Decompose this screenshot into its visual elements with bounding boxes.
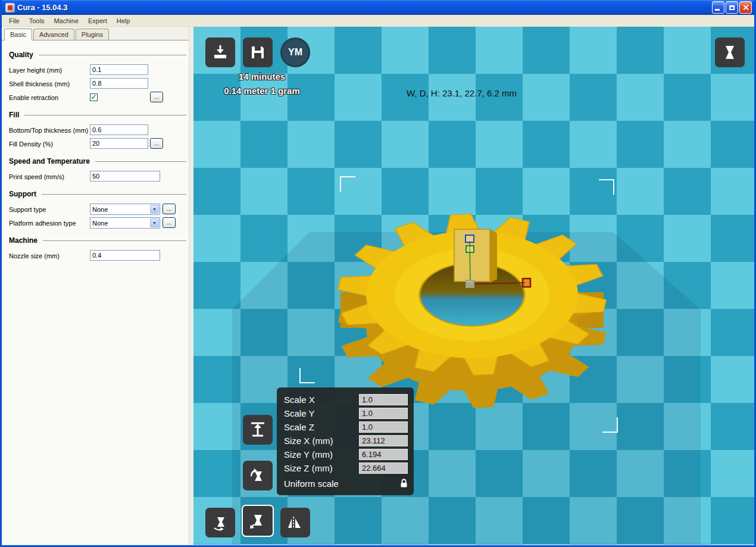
sidebar-scrollbar[interactable] (189, 27, 193, 545)
section-quality: Quality (9, 51, 193, 59)
support-type-label: Support type (9, 206, 90, 213)
section-divider (24, 115, 186, 115)
platform-adhesion-label: Platform adhesion type (9, 220, 90, 227)
scale-y-label: Scale Y (284, 408, 359, 418)
section-divider (39, 55, 186, 55)
selection-corner-marker (602, 417, 618, 433)
maximize-button[interactable] (726, 1, 738, 14)
menu-machine[interactable]: Machine (49, 16, 83, 26)
x-axis-handle (523, 279, 530, 287)
share-youmagine-button[interactable]: YM (280, 37, 310, 67)
layer-height-input[interactable] (90, 64, 148, 75)
save-icon (249, 43, 267, 61)
support-type-more-button[interactable]: ... (163, 204, 176, 214)
scale-x-row: Scale X (284, 393, 408, 406)
y-axis-handle (466, 246, 474, 252)
titlebar: Cura - 15.04.3 (2, 0, 754, 15)
scale-y-input[interactable] (359, 408, 408, 419)
setting-row: Layer height (mm) (9, 63, 193, 77)
size-y-input[interactable] (359, 449, 408, 460)
print-material: 0.14 meter 1 gram (196, 84, 327, 98)
fill-density-more-button[interactable]: ... (150, 138, 163, 149)
section-quality-title: Quality (9, 51, 33, 59)
setting-row: Print speed (mm/s) (9, 170, 193, 183)
shell-thickness-input[interactable] (90, 78, 148, 89)
mirror-tool-icon (286, 514, 304, 532)
chevron-down-icon: ▼ (150, 205, 159, 214)
menu-expert[interactable]: Expert (83, 16, 112, 26)
tab-basic[interactable]: Basic (4, 29, 32, 40)
3d-viewport[interactable]: YM 14 minutes 0.14 meter 1 gram W, D, H:… (193, 27, 754, 545)
menu-help[interactable]: Help (112, 16, 135, 26)
scale-to-max-button[interactable] (243, 415, 273, 445)
scale-panel: Scale X Scale Y Scale Z Size X (mm) Size… (277, 387, 414, 495)
setting-row: Platform adhesion type None ▼ ... (9, 216, 193, 230)
fill-density-label: Fill Density (%) (9, 140, 90, 148)
fill-density-input[interactable] (90, 138, 148, 149)
bottom-top-thickness-input[interactable] (90, 124, 148, 135)
menu-file[interactable]: File (4, 16, 24, 26)
print-speed-input[interactable] (90, 171, 160, 182)
center-handle (466, 280, 474, 287)
settings-tabs: Basic Advanced Plugins (2, 27, 193, 40)
mirror-tool-button[interactable] (280, 508, 310, 537)
scale-z-row: Scale Z (284, 420, 408, 433)
settings-sidebar: Basic Advanced Plugins Quality Layer hei… (2, 27, 193, 545)
section-divider (42, 194, 186, 195)
load-model-button[interactable] (205, 37, 235, 67)
size-y-row: Size Y (mm) (284, 448, 408, 461)
rotate-tool-button[interactable] (205, 508, 235, 537)
scale-x-input[interactable] (359, 394, 408, 405)
section-speed-temp-title: Speed and Temperature (9, 157, 90, 165)
nozzle-size-input[interactable] (90, 250, 160, 261)
maximize-icon (729, 5, 735, 10)
size-x-row: Size X (mm) (284, 434, 408, 447)
minimize-icon (715, 9, 720, 11)
rotate-tool-icon (211, 514, 229, 532)
scale-reset-button[interactable] (243, 461, 273, 490)
scale-y-row: Scale Y (284, 407, 408, 420)
bottom-top-thickness-label: Bottom/Top thickness (mm) (9, 127, 90, 134)
section-fill: Fill (9, 111, 193, 119)
view-mode-button[interactable] (715, 37, 745, 67)
close-button[interactable] (739, 1, 752, 14)
uniform-scale-row: Uniform scale (284, 476, 408, 490)
selection-corner-marker (299, 368, 315, 383)
support-type-value: None (90, 206, 149, 213)
enable-retraction-checkbox[interactable]: ✓ (90, 93, 98, 101)
model-axis-handles[interactable] (452, 229, 542, 301)
scale-reset-icon (249, 467, 267, 485)
retraction-more-button[interactable]: ... (150, 92, 163, 102)
uniform-scale-label: Uniform scale (284, 479, 374, 489)
section-machine-title: Machine (9, 236, 38, 245)
size-z-input[interactable] (359, 462, 408, 474)
print-speed-label: Print speed (mm/s) (9, 173, 90, 180)
save-toolpath-button[interactable] (243, 37, 273, 67)
nozzle-size-label: Nozzle size (mm) (9, 252, 90, 260)
scale-x-label: Scale X (284, 395, 359, 405)
size-z-label: Size Z (mm) (284, 463, 359, 473)
view-mode-icon (721, 43, 739, 61)
setting-row: Shell thickness (mm) (9, 77, 193, 90)
scale-tool-icon (249, 512, 267, 530)
tab-advanced[interactable]: Advanced (33, 29, 74, 40)
size-x-label: Size X (mm) (284, 436, 359, 446)
platform-adhesion-select[interactable]: None ▼ (90, 217, 160, 229)
minimize-button[interactable] (712, 1, 724, 14)
lock-icon[interactable] (400, 479, 408, 488)
setting-row: Bottom/Top thickness (mm) (9, 123, 193, 137)
size-x-input[interactable] (359, 435, 408, 446)
setting-row: Support type None ▼ ... (9, 202, 193, 216)
menu-tools[interactable]: Tools (24, 16, 49, 26)
checkmark-icon: ✓ (90, 93, 96, 101)
tab-plugins[interactable]: Plugins (76, 29, 109, 40)
enable-retraction-label: Enable retraction (9, 94, 90, 101)
platform-adhesion-more-button[interactable]: ... (163, 217, 176, 228)
support-type-select[interactable]: None ▼ (90, 204, 160, 215)
scale-z-input[interactable] (359, 421, 408, 433)
model-dimensions-text: W, D, H: 23.1, 22.7, 6.2 mm (407, 88, 517, 98)
scale-tool-button[interactable] (242, 505, 274, 537)
print-time: 14 minutes (196, 70, 327, 84)
section-fill-title: Fill (9, 111, 19, 119)
section-support-title: Support (9, 190, 36, 198)
